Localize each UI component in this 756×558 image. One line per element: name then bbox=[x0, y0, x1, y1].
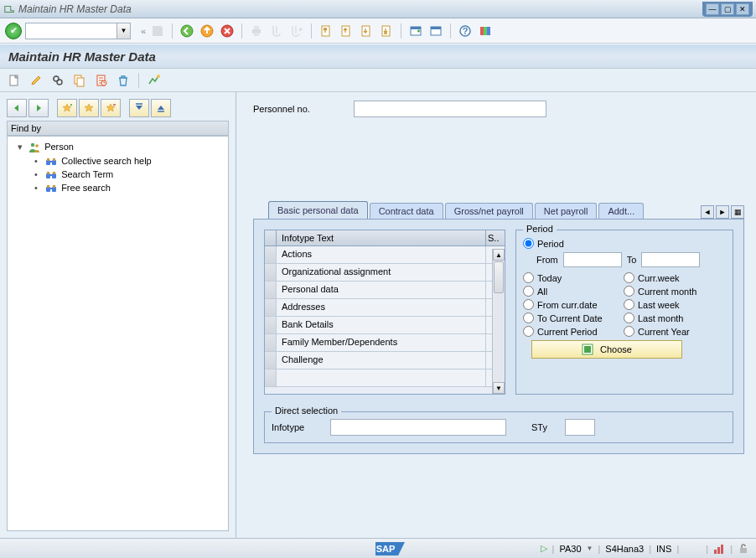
infotype-input[interactable] bbox=[330, 419, 506, 436]
col-infotype-text[interactable]: Infotype Text bbox=[277, 230, 486, 245]
tab-scroll-right[interactable]: ► bbox=[716, 205, 729, 219]
table-row[interactable]: Bank Details bbox=[265, 317, 505, 334]
nav-forward-button[interactable] bbox=[28, 99, 49, 117]
tcode-dropdown-icon[interactable]: ▼ bbox=[587, 545, 593, 552]
radio-period[interactable]: Period bbox=[523, 238, 624, 249]
tree-item-free-search[interactable]: • Free search bbox=[11, 181, 225, 194]
display-button[interactable] bbox=[49, 71, 67, 90]
row-handle[interactable] bbox=[265, 282, 277, 298]
status-lock-icon[interactable] bbox=[738, 543, 749, 555]
radio-last-month[interactable]: Last month bbox=[624, 313, 724, 323]
scroll-thumb[interactable] bbox=[494, 261, 504, 293]
radio-to-current-date[interactable]: To Current Date bbox=[523, 313, 624, 323]
tab-scroll-left[interactable]: ◄ bbox=[701, 205, 714, 219]
command-input[interactable] bbox=[25, 23, 117, 39]
nav-back-button[interactable] bbox=[7, 99, 27, 117]
svg-rect-36 bbox=[49, 174, 53, 176]
status-chart-icon[interactable] bbox=[713, 543, 725, 555]
collapse-all-button[interactable] bbox=[151, 99, 171, 117]
status-nav-icon[interactable]: ▷ bbox=[541, 543, 547, 554]
table-row[interactable]: Actions bbox=[265, 246, 505, 264]
row-handle[interactable] bbox=[265, 369, 277, 386]
table-row[interactable]: Organizational assignment bbox=[265, 264, 505, 282]
content-area: Personnel no. Basic personal data Contra… bbox=[241, 92, 756, 538]
tab-basic-personal-data[interactable]: Basic personal data bbox=[268, 201, 368, 219]
command-dropdown-icon[interactable]: ▼ bbox=[117, 23, 131, 39]
row-handle[interactable] bbox=[265, 299, 277, 316]
change-button[interactable] bbox=[27, 71, 45, 90]
back-button[interactable] bbox=[179, 23, 195, 39]
tab-list-button[interactable]: ▦ bbox=[731, 205, 744, 219]
svg-rect-41 bbox=[49, 188, 53, 189]
col-status[interactable]: S.. bbox=[486, 230, 505, 245]
tab-additional[interactable]: Addt... bbox=[598, 203, 644, 219]
radio-current-year[interactable]: Current Year bbox=[624, 326, 724, 337]
direct-selection-title: Direct selection bbox=[272, 406, 341, 416]
exit-button[interactable] bbox=[199, 23, 215, 39]
row-handle[interactable] bbox=[265, 264, 277, 281]
svg-rect-13 bbox=[431, 27, 441, 29]
from-input[interactable] bbox=[563, 252, 622, 267]
tab-contract-data[interactable]: Contract data bbox=[370, 203, 443, 219]
help-button[interactable]: ? bbox=[457, 23, 474, 39]
row-handle[interactable] bbox=[265, 334, 277, 351]
radio-current-month[interactable]: Current month bbox=[624, 286, 724, 297]
minimize-button[interactable]: — bbox=[706, 3, 719, 15]
row-handle[interactable] bbox=[265, 317, 277, 333]
command-field[interactable]: ▼ bbox=[25, 23, 131, 39]
radio-from-curr-date[interactable]: From curr.date bbox=[523, 299, 624, 310]
overview-button[interactable] bbox=[145, 71, 163, 90]
scroll-up-icon[interactable]: ▲ bbox=[493, 249, 505, 261]
delimit-button[interactable] bbox=[92, 71, 111, 90]
layout-button[interactable] bbox=[427, 23, 444, 39]
tree-item-collective-search[interactable]: • Collective search help bbox=[11, 154, 225, 168]
delete-button[interactable] bbox=[114, 71, 132, 90]
radio-today[interactable]: Today bbox=[523, 272, 624, 283]
fav-add-button[interactable] bbox=[57, 99, 77, 117]
radio-last-week[interactable]: Last week bbox=[624, 299, 724, 310]
table-row[interactable]: Addresses bbox=[265, 299, 505, 317]
to-input[interactable] bbox=[641, 252, 700, 267]
collapse-icon[interactable]: ▾ bbox=[18, 142, 26, 152]
table-row[interactable]: Personal data bbox=[265, 282, 505, 299]
table-row[interactable]: . bbox=[265, 369, 505, 387]
cancel-button[interactable] bbox=[219, 23, 236, 39]
personnel-no-input[interactable] bbox=[354, 101, 546, 117]
table-scrollbar[interactable]: ▲ ▼ bbox=[492, 249, 505, 394]
sty-input[interactable] bbox=[565, 419, 595, 436]
print-button bbox=[248, 23, 265, 39]
row-handle[interactable] bbox=[265, 246, 277, 263]
tree-item-search-term[interactable]: • Search Term bbox=[11, 168, 225, 181]
enter-button[interactable]: ✔ bbox=[5, 23, 22, 39]
next-page-button[interactable] bbox=[358, 23, 375, 39]
table-row[interactable]: Challenge bbox=[265, 352, 505, 369]
row-handle[interactable] bbox=[265, 352, 277, 369]
table-row[interactable]: Family Member/Dependents bbox=[265, 334, 505, 352]
expand-all-button[interactable] bbox=[129, 99, 149, 117]
create-button[interactable] bbox=[5, 71, 23, 90]
radio-curr-week[interactable]: Curr.week bbox=[624, 272, 724, 283]
tab-net-payroll[interactable]: Net payroll bbox=[535, 203, 598, 219]
choose-button[interactable]: Choose bbox=[531, 340, 682, 359]
menu-icon[interactable] bbox=[3, 3, 15, 15]
maximize-button[interactable]: ▢ bbox=[721, 3, 734, 15]
prev-page-button[interactable] bbox=[338, 23, 355, 39]
copy-button[interactable] bbox=[70, 71, 89, 90]
svg-rect-32 bbox=[47, 158, 49, 161]
scroll-down-icon[interactable]: ▼ bbox=[493, 382, 505, 394]
last-page-button[interactable] bbox=[378, 23, 395, 39]
fav-button[interactable] bbox=[79, 99, 99, 117]
customize-layout-button[interactable] bbox=[477, 23, 494, 39]
tab-gross-net-payroll[interactable]: Gross/net payroll bbox=[445, 203, 533, 219]
fav-remove-button[interactable] bbox=[101, 99, 121, 117]
radio-all[interactable]: All bbox=[523, 286, 624, 297]
first-page-button[interactable] bbox=[318, 23, 334, 39]
close-button[interactable]: ✕ bbox=[736, 3, 749, 15]
find-button bbox=[268, 23, 285, 39]
personnel-no-label: Personnel no. bbox=[253, 104, 354, 114]
svg-point-21 bbox=[57, 80, 62, 85]
tree-root-person[interactable]: ▾ Person bbox=[11, 140, 225, 154]
svg-rect-48 bbox=[717, 547, 720, 554]
new-session-button[interactable] bbox=[407, 23, 424, 39]
radio-current-period[interactable]: Current Period bbox=[523, 326, 624, 337]
